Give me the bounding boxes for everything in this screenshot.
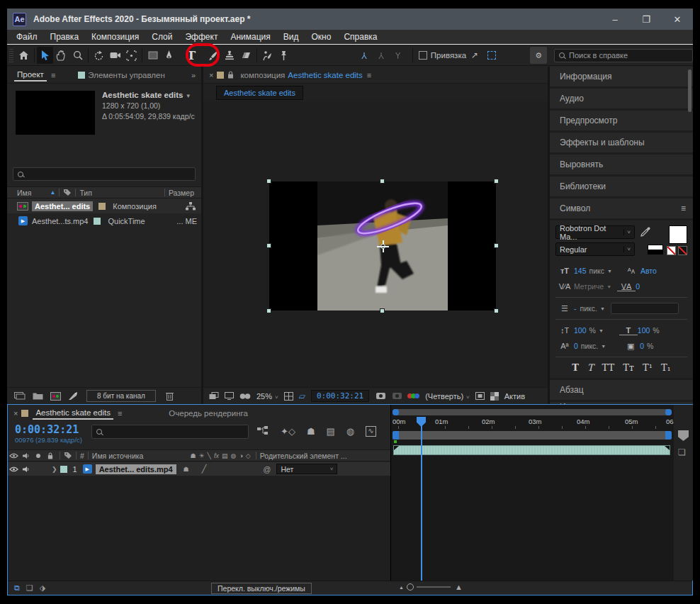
- stroke-caret-icon[interactable]: ▼: [600, 306, 605, 311]
- menu-edit[interactable]: Правка: [44, 30, 86, 43]
- tab-info[interactable]: Информация: [550, 67, 693, 86]
- eraser-tool-icon[interactable]: [238, 47, 254, 64]
- stroke-style-dropdown[interactable]: [611, 303, 679, 314]
- toggle-switches-modes-button[interactable]: Перекл. выключ./режимы: [211, 583, 312, 594]
- layer-shy-icon[interactable]: ☗: [184, 466, 189, 473]
- column-type[interactable]: Тип: [79, 189, 92, 197]
- view-axis-mode-icon[interactable]: ⅄: [390, 47, 407, 64]
- parent-pickwhip-icon[interactable]: @: [263, 465, 271, 474]
- toolbar-settings-gear-icon[interactable]: ⚙: [530, 47, 547, 64]
- close-button[interactable]: ✕: [662, 9, 693, 30]
- show-snapshot-icon[interactable]: [393, 393, 402, 399]
- pickwhip-icon[interactable]: ↗: [466, 47, 483, 64]
- bit-depth-button[interactable]: 8 бит на канал: [86, 390, 156, 402]
- comp-viewer[interactable]: [203, 101, 548, 387]
- all-caps-button[interactable]: TT: [602, 362, 615, 373]
- leading-value[interactable]: Авто: [640, 267, 657, 275]
- overflow-chevron-icon[interactable]: »: [191, 71, 196, 79]
- faux-bold-button[interactable]: T: [572, 362, 579, 373]
- channel-colors-icon[interactable]: [409, 393, 419, 398]
- collapse-switch-icon[interactable]: ☀: [199, 452, 205, 459]
- selection-handle[interactable]: [494, 179, 499, 184]
- timeline-timecode[interactable]: 0:00:32:21: [15, 423, 82, 436]
- collapse-column-icon[interactable]: ❏: [678, 447, 686, 457]
- pan-behind-tool-icon[interactable]: [123, 47, 140, 64]
- view-layout-dropdown[interactable]: Актив: [504, 392, 525, 401]
- interpret-footage-icon[interactable]: [14, 392, 26, 400]
- zoom-slider-track[interactable]: [417, 586, 451, 588]
- font-family-dropdown[interactable]: Robotron Dot Ma...˅: [555, 225, 635, 239]
- mask-visibility-icon[interactable]: [483, 47, 500, 64]
- resolution-dropdown[interactable]: (Четверть)˅: [425, 392, 470, 401]
- fill-stroke-toggle-swatch[interactable]: [648, 245, 663, 255]
- vscale-caret-icon[interactable]: ▼: [599, 328, 604, 333]
- rotate-tool-icon[interactable]: [91, 47, 107, 64]
- shy-layers-icon[interactable]: ☗: [307, 426, 315, 437]
- zoom-out-icon[interactable]: ▲: [399, 585, 404, 590]
- lock-icon[interactable]: [227, 71, 234, 79]
- selection-tool-icon[interactable]: [37, 47, 53, 64]
- comp-name-caret-icon[interactable]: ▼: [186, 93, 191, 99]
- zoom-tool-icon[interactable]: [69, 47, 86, 64]
- menu-file[interactable]: Файл: [10, 30, 44, 43]
- no-stroke-swatch[interactable]: [678, 246, 687, 255]
- timeline-search-input[interactable]: [91, 425, 249, 439]
- tab-preview[interactable]: Предпросмотр: [550, 111, 693, 130]
- grid-guides-icon[interactable]: [284, 392, 293, 401]
- audio-column-speaker-icon[interactable]: [20, 452, 32, 459]
- comp-marker-icon[interactable]: [678, 430, 689, 441]
- tab-paragraph[interactable]: Абзац: [550, 380, 693, 400]
- selection-handle[interactable]: [494, 243, 499, 248]
- project-row-composition[interactable]: Aesthet... edits Композиция: [7, 198, 201, 213]
- shy-switch-icon[interactable]: ☗: [190, 452, 196, 459]
- tab-effects-presets[interactable]: Эффекты и шаблоны: [550, 133, 693, 152]
- motion-blur-icon[interactable]: ◍: [346, 426, 354, 437]
- composition-mini-flowchart-icon[interactable]: [257, 426, 269, 436]
- timeline-panel-menu-icon[interactable]: ≡: [118, 409, 122, 418]
- faux-italic-button[interactable]: T: [587, 362, 594, 373]
- menu-animation[interactable]: Анимация: [224, 30, 276, 43]
- delete-trash-icon[interactable]: [166, 391, 174, 401]
- menu-window[interactable]: Окно: [305, 30, 337, 43]
- tab-libraries[interactable]: Библиотеки: [550, 177, 693, 196]
- right-panel-scrollbar[interactable]: [688, 69, 691, 112]
- frame-blend-switch-icon[interactable]: ▤: [222, 452, 228, 459]
- tab-render-queue[interactable]: Очередь рендеринга: [166, 407, 251, 420]
- shape-tool-icon[interactable]: [145, 47, 161, 64]
- frame-blend-global-icon[interactable]: ❏: [26, 583, 33, 593]
- stamp-tool-icon[interactable]: [222, 47, 238, 64]
- stereo-3d-icon[interactable]: [239, 393, 251, 400]
- comp-tab-close-icon[interactable]: ×: [209, 71, 213, 79]
- zoom-slider-knob[interactable]: [407, 583, 414, 591]
- tab-timeline-comp[interactable]: Aesthetic skate edits: [33, 406, 113, 420]
- tab-character[interactable]: Символ ≡: [550, 198, 693, 218]
- comp-panel-menu-icon[interactable]: ≡: [367, 71, 371, 79]
- layer-name[interactable]: Aesthet... edits.mp4: [96, 464, 176, 474]
- label-color-chip[interactable]: [98, 203, 106, 210]
- adjustment-switch-icon[interactable]: ◑: [239, 452, 242, 459]
- selection-handle[interactable]: [494, 308, 499, 313]
- kerning-value[interactable]: Метриче: [574, 282, 604, 291]
- region-of-interest-icon[interactable]: ▱: [299, 391, 305, 401]
- layer-duration-bar[interactable]: [393, 445, 670, 455]
- pen-tool-icon[interactable]: [161, 47, 177, 64]
- tab-project[interactable]: Проект: [14, 68, 47, 82]
- baseline-caret-icon[interactable]: ▼: [601, 344, 606, 349]
- minimize-button[interactable]: –: [599, 9, 631, 30]
- toolbar-grip[interactable]: [9, 48, 13, 62]
- always-preview-icon[interactable]: [209, 392, 219, 400]
- menu-layer[interactable]: Слой: [145, 30, 179, 43]
- quality-switch-icon[interactable]: ╲: [208, 452, 211, 459]
- work-area-bar[interactable]: [393, 431, 672, 440]
- column-source-name[interactable]: Имя источника: [92, 452, 144, 460]
- new-composition-icon[interactable]: [50, 392, 61, 401]
- video-column-eye-icon[interactable]: [8, 453, 20, 459]
- column-number[interactable]: #: [80, 452, 84, 460]
- tracking-value[interactable]: 0: [636, 282, 640, 291]
- roto-brush-tool-icon[interactable]: [259, 47, 276, 64]
- help-search-input[interactable]: Поиск в справке: [554, 49, 693, 62]
- home-icon[interactable]: [16, 47, 32, 64]
- timeline-tab-close-icon[interactable]: ×: [13, 409, 18, 418]
- selection-handle[interactable]: [266, 308, 271, 313]
- puppet-pin-tool-icon[interactable]: [276, 47, 292, 64]
